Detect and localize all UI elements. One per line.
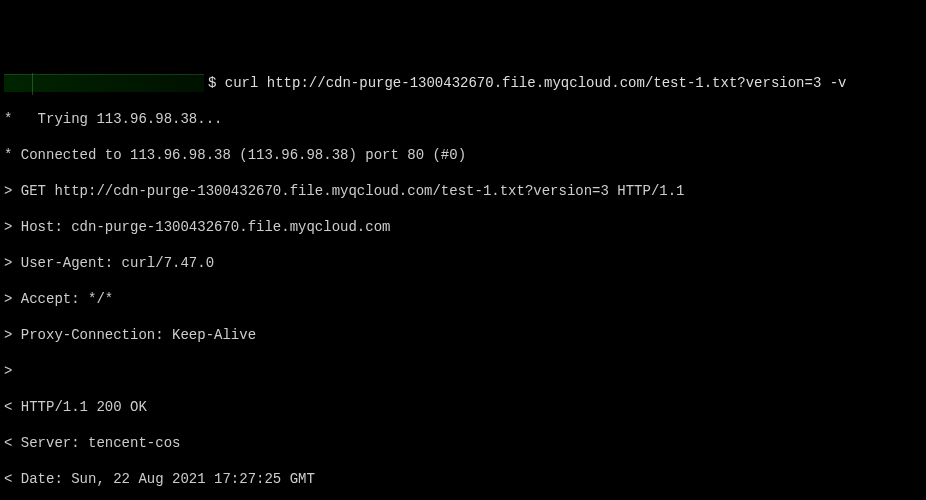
output-line: * Trying 113.96.98.38... (4, 110, 922, 128)
output-line: < Server: tencent-cos (4, 434, 922, 452)
output-line: > Accept: */* (4, 290, 922, 308)
output-line: < Date: Sun, 22 Aug 2021 17:27:25 GMT (4, 470, 922, 488)
output-line: > (4, 362, 922, 380)
output-line: < HTTP/1.1 200 OK (4, 398, 922, 416)
output-line: > GET http://cdn-purge-1300432670.file.m… (4, 182, 922, 200)
curl-command: curl http://cdn-purge-1300432670.file.my… (225, 74, 847, 92)
output-line: > User-Agent: curl/7.47.0 (4, 254, 922, 272)
output-line: > Host: cdn-purge-1300432670.file.myqclo… (4, 218, 922, 236)
command-line[interactable]: $ curl http://cdn-purge-1300432670.file.… (4, 74, 922, 92)
output-line: * Connected to 113.96.98.38 (113.96.98.3… (4, 146, 922, 164)
output-line: > Proxy-Connection: Keep-Alive (4, 326, 922, 344)
shell-prompt: $ (208, 74, 225, 92)
terminal-tab-edge (4, 74, 204, 92)
